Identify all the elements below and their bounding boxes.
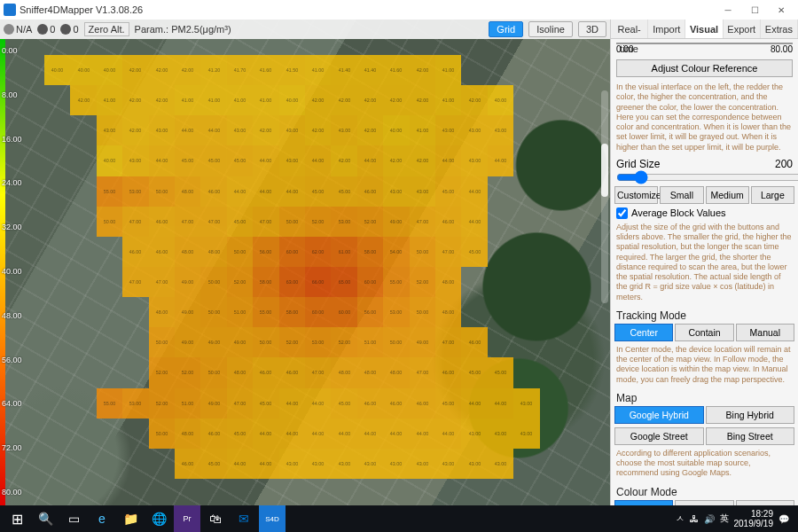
heatmap-cell: 41.20	[200, 55, 226, 85]
heatmap-cell	[44, 207, 70, 237]
y-axis-ticks: 0.008.0016.0024.0032.0040.0048.0056.0064…	[2, 46, 22, 497]
heatmap-cell: 43.00	[279, 145, 305, 176]
colourmode-linear-button[interactable]: Linear	[614, 500, 673, 506]
heatmap-cell: 41.00	[410, 115, 435, 145]
heatmap-cell: 43.00	[488, 419, 513, 449]
heatmap-cell: 60.00	[279, 237, 305, 267]
heatmap-cell	[97, 297, 122, 327]
signal-icon	[4, 24, 14, 35]
taskbar-edge-icon[interactable]: e	[89, 505, 115, 532]
taskbar-store-icon[interactable]: 🛍	[202, 505, 229, 532]
taskbar-browser-icon[interactable]: 🌐	[145, 505, 172, 532]
heatmap-cell: 46.00	[200, 419, 226, 449]
heatmap-cell: 53.00	[122, 176, 148, 207]
heatmap-cell: 43.00	[279, 449, 305, 479]
tracking-manual-button[interactable]: Manual	[736, 324, 794, 341]
heatmap-cell	[513, 145, 539, 176]
tab-visual[interactable]: Visual	[685, 20, 723, 38]
heatmap-cell: 43.00	[461, 419, 487, 449]
heatmap-cell: 40.00	[279, 85, 305, 115]
grid-customize-button[interactable]: Customize	[614, 186, 658, 204]
average-block-input[interactable]	[616, 207, 628, 219]
view-3d-button[interactable]: 3D	[578, 21, 606, 37]
heatmap-cell	[540, 297, 566, 327]
heatmap-cell: 55.00	[253, 297, 278, 327]
heatmap-cell: 40.00	[70, 55, 96, 85]
gps-icon	[60, 24, 71, 35]
taskbar-clock[interactable]: 18:29 2019/9/19	[734, 509, 774, 528]
colourmode-us-button[interactable]: U.S. AQI	[675, 500, 733, 506]
tray-up-icon[interactable]: ㅅ	[676, 512, 685, 525]
heatmap-cell: 46.00	[149, 207, 175, 237]
grid-medium-button[interactable]: Medium	[706, 186, 749, 204]
start-button[interactable]: ⊞	[4, 505, 30, 532]
colourmode-cn-button[interactable]: CN. AQI	[736, 500, 794, 506]
heatmap-cell: 41.00	[305, 55, 331, 85]
heatmap-cell: 44.00	[331, 419, 356, 449]
heatmap-cell: 41.00	[253, 85, 278, 115]
taskbar-search-icon[interactable]: 🔍	[32, 505, 59, 532]
tab-extras[interactable]: Extras	[761, 20, 798, 38]
alt-button[interactable]: Zero Alt.	[84, 22, 129, 36]
map-zoom-slider[interactable]	[601, 90, 608, 303]
average-block-checkbox[interactable]: Average Block Values	[611, 206, 798, 221]
grid-small-button[interactable]: Small	[660, 186, 703, 204]
taskbar-outlook-icon[interactable]: ✉	[231, 505, 257, 532]
heatmap-cell: 44.00	[435, 145, 461, 176]
heatmap-cell: 48.00	[175, 419, 200, 449]
heatmap-cell	[488, 267, 513, 297]
heatmap-cell: 48.00	[200, 237, 226, 267]
taskbar-sniffer-icon[interactable]: S4D	[259, 505, 286, 532]
heatmap-cell: 52.00	[149, 357, 175, 387]
tab-import[interactable]: Import	[648, 20, 685, 38]
heatmap-cell: 46.00	[435, 207, 461, 237]
taskbar-taskview-icon[interactable]: ▭	[60, 505, 87, 532]
taskbar-premiere-icon[interactable]: Pr	[174, 505, 200, 532]
tray-lang-icon[interactable]: 英	[720, 512, 729, 525]
heatmap-cell: 45.00	[461, 237, 487, 267]
heatmap-cell	[513, 176, 539, 207]
heatmap-cell: 41.00	[435, 55, 461, 85]
heatmap-cell: 42.00	[122, 55, 148, 85]
heatmap-overlay: 40.0040.0040.0042.0042.0042.0041.2041.70…	[44, 55, 566, 479]
heatmap-cell: 43.00	[357, 449, 383, 479]
heatmap-cell	[461, 267, 487, 297]
tray-volume-icon[interactable]: 🔊	[704, 514, 715, 524]
map-zoom-thumb[interactable]	[601, 144, 608, 197]
heatmap-cell: 45.00	[227, 207, 253, 237]
close-button[interactable]: ✕	[768, 0, 794, 20]
heatmap-cell: 43.00	[461, 145, 487, 176]
map-google-hybrid-button[interactable]: Google Hybrid	[614, 406, 704, 424]
minimize-button[interactable]: ─	[715, 0, 741, 20]
heatmap-cell: 46.00	[279, 357, 305, 387]
taskbar-explorer-icon[interactable]: 📁	[117, 505, 144, 532]
maximize-button[interactable]: ☐	[741, 0, 768, 20]
heatmap-cell	[513, 297, 539, 327]
grid-size-slider[interactable]	[616, 170, 798, 184]
heatmap-cell: 47.00	[305, 357, 331, 387]
tab-export[interactable]: Export	[724, 20, 761, 38]
heatmap-cell: 44.00	[410, 419, 435, 449]
grid-large-button[interactable]: Large	[751, 186, 794, 204]
view-isoline-button[interactable]: Isoline	[528, 21, 573, 37]
map-bing-street-button[interactable]: Bing Street	[706, 427, 795, 445]
map-bing-hybrid-button[interactable]: Bing Hybrid	[706, 406, 795, 424]
adjust-colour-button[interactable]: Adjust Colour Reference	[616, 59, 793, 77]
tracking-center-button[interactable]: Center	[614, 324, 673, 341]
heatmap-cell: 48.00	[227, 357, 253, 387]
tray-network-icon[interactable]: 🖧	[690, 514, 699, 524]
map-view[interactable]: 0.008.0016.0024.0032.0040.0048.0056.0064…	[0, 20, 610, 505]
view-grid-button[interactable]: Grid	[489, 21, 523, 37]
tracking-contain-button[interactable]: Contain	[675, 324, 733, 341]
heatmap-cell	[513, 115, 539, 145]
tray-notifications-icon[interactable]: 💬	[778, 514, 789, 524]
heatmap-cell	[513, 267, 539, 297]
heatmap-cell: 42.00	[253, 115, 278, 145]
system-tray[interactable]: ㅅ 🖧 🔊 英 18:29 2019/9/19 💬	[676, 509, 795, 528]
heatmap-cell	[97, 419, 122, 449]
tab-realtime[interactable]: Real-time	[611, 20, 648, 38]
heatmap-cell: 51.00	[357, 327, 383, 357]
heatmap-cell	[70, 327, 96, 357]
map-google-street-button[interactable]: Google Street	[614, 427, 704, 445]
heatmap-cell	[540, 85, 566, 115]
